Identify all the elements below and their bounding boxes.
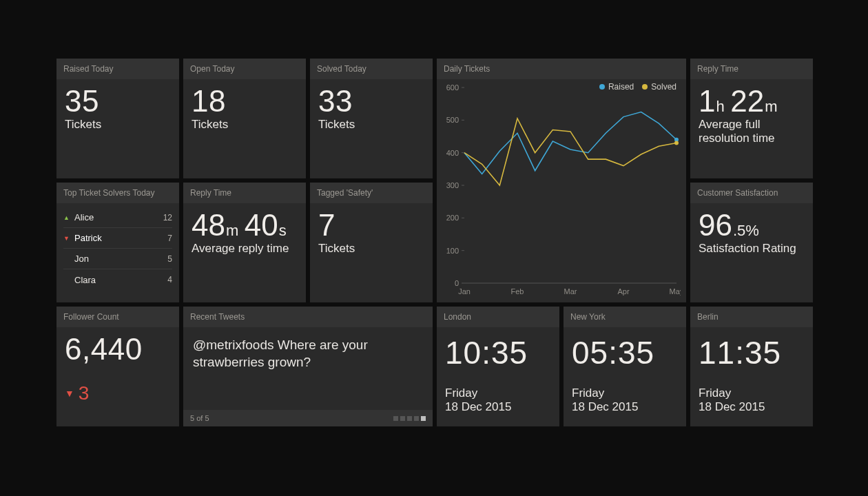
dot-icon[interactable] xyxy=(393,416,398,421)
reply-caption: Average reply time xyxy=(192,242,298,256)
tile-title: Reply Time xyxy=(690,59,813,79)
tile-title: Recent Tweets xyxy=(183,307,433,327)
solver-count: 12 xyxy=(163,213,172,223)
tile-tagged-safety: Tagged 'Safety' 7 Tickets xyxy=(310,183,433,302)
clock-day: Friday xyxy=(445,386,551,400)
tile-title: Berlin xyxy=(690,307,813,327)
svg-text:100: 100 xyxy=(446,247,459,255)
open-value: 18 xyxy=(192,86,298,116)
dot-icon[interactable] xyxy=(400,416,405,421)
svg-text:200: 200 xyxy=(446,214,459,222)
clock-date: 18 Dec 2015 xyxy=(445,400,551,414)
svg-text:0: 0 xyxy=(455,279,459,287)
fullres-value: 1h 22m xyxy=(699,86,805,116)
clock-date: 18 Dec 2015 xyxy=(572,400,678,414)
list-item: ▼Patrick7 xyxy=(63,228,172,249)
solver-name: Clara xyxy=(73,275,167,285)
tile-title: Customer Satisfaction xyxy=(690,183,813,203)
tile-raised-today: Raised Today 35 Tickets xyxy=(56,59,179,178)
raised-value: 35 xyxy=(65,86,171,116)
tile-title: Open Today xyxy=(183,59,306,79)
follower-delta: ▼ 3 xyxy=(65,382,171,404)
reply-value: 48m 40s xyxy=(192,210,298,240)
tile-clock-london: London 10:35 Friday 18 Dec 2015 xyxy=(437,307,559,426)
tagged-value: 7 xyxy=(318,210,424,240)
dot-icon[interactable] xyxy=(421,416,426,421)
clock-day: Friday xyxy=(572,386,678,400)
raised-unit: Tickets xyxy=(65,118,171,132)
tile-full-resolution: Reply Time 1h 22m Average full resolutio… xyxy=(690,59,813,178)
tile-title: Tagged 'Safety' xyxy=(310,183,433,203)
tile-recent-tweets: Recent Tweets @metrixfoods Where are you… xyxy=(183,307,433,426)
list-item: Jon5 xyxy=(63,249,172,269)
svg-text:Apr: Apr xyxy=(617,287,629,296)
svg-text:May: May xyxy=(670,287,681,296)
tile-follower-count: Follower Count 6,440 ▼ 3 xyxy=(56,307,179,426)
triangle-down-icon: ▼ xyxy=(63,235,73,242)
tile-title: Reply Time xyxy=(183,183,306,203)
tagged-unit: Tickets xyxy=(318,242,424,256)
tile-title: London xyxy=(437,307,559,327)
tile-title: Raised Today xyxy=(56,59,179,79)
tile-top-solvers: Top Ticket Solvers Today ▲Alice12▼Patric… xyxy=(56,183,179,302)
svg-text:500: 500 xyxy=(446,116,459,124)
clock-time: 05:35 xyxy=(572,334,678,371)
list-item: ▲Alice12 xyxy=(63,207,172,228)
svg-point-21 xyxy=(674,141,679,145)
solver-count: 7 xyxy=(167,234,172,243)
tile-title: Top Ticket Solvers Today xyxy=(56,183,179,203)
tile-open-today: Open Today 18 Tickets xyxy=(183,59,306,178)
tile-daily-tickets: Daily Tickets Raised Solved 010020030040… xyxy=(437,59,686,302)
open-unit: Tickets xyxy=(192,118,298,132)
pagination-dots[interactable] xyxy=(393,416,426,421)
solved-value: 33 xyxy=(318,86,424,116)
solver-name: Alice xyxy=(73,212,163,223)
tile-title: Solved Today xyxy=(310,59,433,79)
csat-value: 96.5% xyxy=(699,210,805,240)
daily-tickets-chart: 0100200300400500600JanFebMarAprMay xyxy=(442,82,681,298)
csat-caption: Satisfaction Rating xyxy=(699,242,805,256)
svg-text:400: 400 xyxy=(446,149,459,157)
dot-icon[interactable] xyxy=(407,416,412,421)
svg-text:600: 600 xyxy=(446,83,459,92)
solved-unit: Tickets xyxy=(318,118,424,132)
tweet-page-indicator: 5 of 5 xyxy=(190,414,209,422)
leaderboard: ▲Alice12▼Patrick7Jon5Clara4 xyxy=(56,203,179,290)
fullres-caption: Average full resolution time xyxy=(699,118,805,146)
triangle-up-icon: ▲ xyxy=(63,214,73,221)
follower-value: 6,440 xyxy=(65,334,171,364)
clock-time: 10:35 xyxy=(445,334,551,371)
tile-title: Daily Tickets xyxy=(437,59,686,79)
tile-clock-berlin: Berlin 11:35 Friday 18 Dec 2015 xyxy=(690,307,813,426)
tile-title: New York xyxy=(564,307,686,327)
tile-title: Follower Count xyxy=(56,307,179,327)
tweet-text: @metrixfoods Where are your strawberries… xyxy=(183,327,433,371)
svg-text:300: 300 xyxy=(446,181,459,189)
solver-count: 4 xyxy=(167,275,172,285)
clock-date: 18 Dec 2015 xyxy=(699,400,805,414)
triangle-down-icon: ▼ xyxy=(65,388,74,399)
solver-name: Patrick xyxy=(73,233,167,243)
tile-clock-newyork: New York 05:35 Friday 18 Dec 2015 xyxy=(564,307,686,426)
svg-text:Jan: Jan xyxy=(458,287,471,296)
tile-customer-satisfaction: Customer Satisfaction 96.5% Satisfaction… xyxy=(690,183,813,302)
clock-day: Friday xyxy=(699,386,805,400)
list-item: Clara4 xyxy=(63,269,172,290)
svg-text:Feb: Feb xyxy=(511,287,524,296)
svg-text:Mar: Mar xyxy=(564,287,577,296)
tile-solved-today: Solved Today 33 Tickets xyxy=(310,59,433,178)
solver-count: 5 xyxy=(167,254,172,264)
clock-time: 11:35 xyxy=(699,334,805,371)
dot-icon[interactable] xyxy=(414,416,419,421)
tile-reply-time: Reply Time 48m 40s Average reply time xyxy=(183,183,306,302)
solver-name: Jon xyxy=(73,254,167,264)
